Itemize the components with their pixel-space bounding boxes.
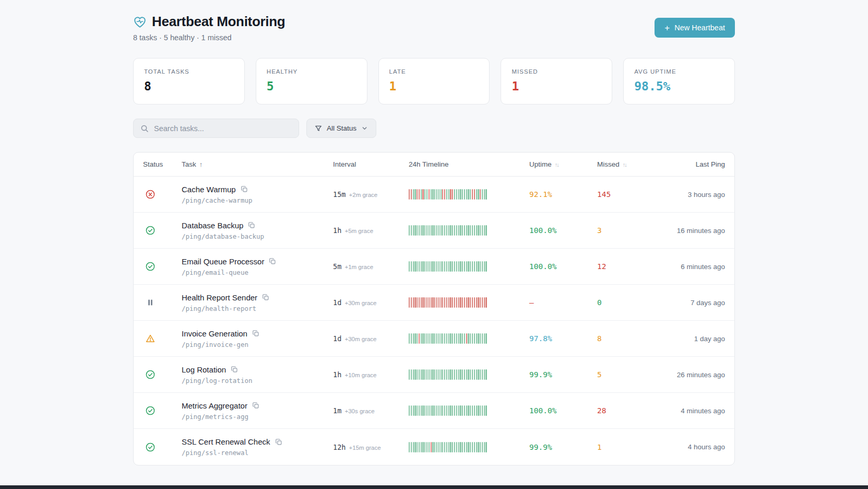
timeline-bar-ok	[444, 442, 445, 452]
timeline-bar-ok	[470, 261, 471, 272]
timeline-bar-missed	[454, 297, 455, 308]
timeline-bar-ok	[468, 442, 469, 452]
timeline-bar-missed	[474, 297, 475, 308]
timeline-bar-missed	[424, 297, 425, 308]
task-name: SSL Cert Renewal Check	[182, 437, 270, 446]
table-row[interactable]: Log Rotation /ping/log-rotation 1h +10m …	[134, 357, 734, 393]
timeline-bar-missed	[478, 297, 479, 308]
table-row[interactable]: Metrics Aggregator /ping/metrics-agg 1m …	[134, 393, 734, 429]
timeline-bar-ok	[480, 405, 481, 416]
timeline-bar-ok	[422, 405, 423, 416]
plus-icon: +	[664, 24, 670, 32]
copy-icon[interactable]	[248, 222, 255, 229]
timeline-bar-ok	[421, 333, 422, 344]
timeline-bar-ok	[448, 442, 449, 452]
new-heartbeat-button[interactable]: + New Heartbeat	[655, 18, 735, 38]
timeline-bar-ok	[413, 261, 414, 272]
timeline-bar-ok	[411, 369, 412, 380]
table-row[interactable]: Email Queue Processor /ping/email-queue …	[134, 249, 734, 285]
interval-cell: 5m +1m grace	[333, 262, 409, 271]
stat-value: 1	[389, 79, 479, 93]
column-label: Interval	[333, 160, 356, 168]
timeline-bar-ok	[442, 261, 443, 272]
table-row[interactable]: Cache Warmup /ping/cache-warmup 15m +2m …	[134, 177, 734, 213]
timeline-bar-ok	[450, 261, 451, 272]
timeline-bar-ok	[419, 405, 420, 416]
timeline-bar-ok	[411, 405, 412, 416]
copy-icon[interactable]	[275, 438, 282, 446]
copy-icon[interactable]	[262, 294, 269, 301]
timeline-bar-ok	[429, 442, 430, 452]
timeline-bar-ok	[450, 405, 451, 416]
column-label: Status	[143, 160, 163, 168]
search-box[interactable]	[133, 119, 299, 138]
timeline-bar-missed	[414, 297, 415, 308]
timeline-bar-ok	[460, 189, 461, 200]
status-filter-dropdown[interactable]: All Status	[306, 119, 376, 138]
copy-icon[interactable]	[252, 330, 259, 337]
uptime-value: 92.1%	[529, 190, 597, 199]
timeline-bar-ok	[409, 369, 410, 380]
timeline-bar-ok	[454, 261, 455, 272]
table-row[interactable]: Health Report Sender /ping/health-report…	[134, 285, 734, 321]
timeline-bar-ok	[466, 225, 467, 236]
column-header-missed[interactable]: Missed↑↓	[597, 160, 675, 168]
timeline-bar-missed	[417, 297, 418, 308]
timeline-bar-ok	[458, 369, 459, 380]
timeline-bar-ok	[456, 189, 457, 200]
column-label: Task	[182, 160, 196, 168]
uptime-value: 100.0%	[529, 406, 597, 415]
timeline-bar-ok	[466, 442, 467, 452]
timeline-bar-missed	[444, 297, 445, 308]
timeline-bar-ok	[456, 261, 457, 272]
task-name: Log Rotation	[182, 365, 226, 374]
interval-cell: 1m +30s grace	[333, 406, 409, 415]
task-name: Health Report Sender	[182, 293, 257, 302]
timeline-bar-ok	[484, 333, 485, 344]
timeline-bar-missed	[417, 189, 418, 200]
timeline-bar-ok	[458, 189, 459, 200]
timeline-bar-ok	[434, 189, 435, 200]
search-input[interactable]	[154, 124, 292, 133]
column-header-task[interactable]: Task↑	[182, 160, 333, 168]
column-header-uptime[interactable]: Uptime↑↓	[529, 160, 597, 168]
timeline-bar-ok	[436, 405, 437, 416]
timeline-bar-ok	[446, 369, 447, 380]
timeline-bar-missed	[472, 189, 473, 200]
task-name: Metrics Aggregator	[182, 401, 247, 410]
timeline-bar-ok	[454, 189, 455, 200]
timeline-bar-missed	[426, 297, 427, 308]
title-block: Heartbeat Monitoring 8 tasks · 5 healthy…	[133, 14, 285, 42]
timeline-bar-ok	[478, 333, 479, 344]
timeline-bar-ok	[441, 333, 442, 344]
timeline-bar-missed	[411, 189, 412, 200]
timeline-bar-ok	[462, 405, 463, 416]
table-row[interactable]: Database Backup /ping/database-backup 1h…	[134, 213, 734, 249]
column-header-interval: Interval	[333, 160, 409, 168]
timeline-bar-ok	[438, 261, 439, 272]
copy-icon[interactable]	[241, 185, 248, 193]
timeline-bar-missed	[485, 297, 486, 308]
timeline-bar-missed	[429, 189, 430, 200]
copy-icon[interactable]	[231, 366, 238, 373]
timeline-bar-ok	[466, 189, 467, 200]
copy-icon[interactable]	[252, 402, 259, 409]
timeline-bar-ok	[426, 333, 427, 344]
timeline-bar-ok	[480, 261, 481, 272]
table-row[interactable]: SSL Cert Renewal Check /ping/ssl-renewal…	[134, 429, 734, 465]
table-row[interactable]: Invoice Generation /ping/invoice-gen 1d …	[134, 321, 734, 357]
status-cell	[143, 369, 182, 380]
timeline-bar-ok	[450, 333, 451, 344]
copy-icon[interactable]	[269, 258, 276, 265]
timeline-bar-ok	[460, 442, 461, 452]
timeline-bar-ok	[446, 189, 447, 200]
timeline-bar-ok	[436, 333, 437, 344]
last-ping: 3 hours ago	[675, 191, 725, 199]
column-label: Uptime	[529, 160, 552, 168]
timeline-bar-ok	[426, 405, 427, 416]
timeline-bar-ok	[470, 333, 471, 344]
status-missed-icon	[145, 189, 156, 200]
interval-value: 1h	[333, 370, 341, 379]
timeline-bar-ok	[409, 442, 410, 452]
timeline-bar-ok	[480, 333, 481, 344]
